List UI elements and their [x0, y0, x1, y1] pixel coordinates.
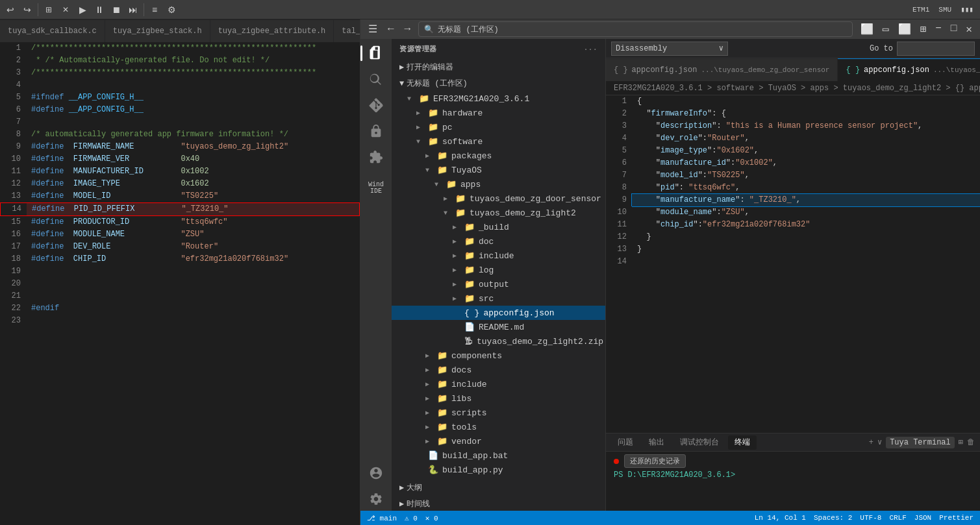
tree-label: _build: [479, 223, 509, 232]
terminal-delete-icon[interactable]: 🗑: [967, 437, 975, 447]
terminal-split-icon[interactable]: ∨: [877, 437, 882, 447]
vscode-search-bar[interactable]: 🔍 无标题 (工作区): [418, 21, 853, 37]
sidebar-header-icons: ···: [584, 45, 597, 53]
tree-efr32[interactable]: ▼ 📁 EFR32MG21A020_3.6.1: [392, 92, 605, 106]
tree-components[interactable]: ▶ 📁 components: [392, 348, 605, 363]
tab-tuya-zigbee-attribute[interactable]: tuya_zigbee_attribute.h: [210, 19, 334, 42]
tree-tuyaos[interactable]: ▼ 📁 TuyaOS: [392, 163, 605, 177]
add-terminal-icon[interactable]: +: [869, 438, 873, 447]
terminal-tab-terminal[interactable]: 终端: [728, 435, 757, 450]
left-code-editor[interactable]: 1 /*************************************…: [0, 42, 360, 525]
status-bar: ⎇ main ⚠ 0 ✕ 0 Ln 14, Col 1 Spaces: 2 UT…: [360, 511, 980, 525]
top-toolbar: ↩ ↪ ⊞ ✕ ▶ ⏸ ⏹ ⏭ ≡ ⚙ ETM1 SMU ▮▮▮: [0, 0, 980, 19]
json-lines: 1 { 2 "firmwareInfo": { 3 "description":…: [606, 95, 980, 268]
tree-vendor[interactable]: ▶ 📁 vendor: [392, 434, 605, 448]
tree-build[interactable]: ▶ 📁 _build: [392, 220, 605, 234]
terminal-content[interactable]: 还原的历史记录 PS D:\EFR32MG21A020_3.6.1>: [606, 452, 980, 511]
right-tab-light2[interactable]: { } appconfig.json ...\tuyaos_demo_zg_li…: [838, 58, 980, 81]
file-tree-scroll[interactable]: ▶ 打开的编辑器 ▼ 无标题 (工作区) ▼ 📁 EFR32MG21A: [392, 59, 605, 511]
json-editor[interactable]: 1 { 2 "firmwareInfo": { 3 "description":…: [606, 95, 980, 433]
tree-apps[interactable]: ▼ 📁 apps: [392, 177, 605, 191]
tree-hardware[interactable]: ▶ 📁 hardware: [392, 106, 605, 120]
tree-src[interactable]: ▶ 📁 src: [392, 291, 605, 306]
vscode-nav-forward[interactable]: →: [402, 21, 414, 38]
tree-include2[interactable]: ▶ 📁 include: [392, 377, 605, 391]
workspace-section[interactable]: ▼ 无标题 (工作区): [392, 75, 605, 92]
toolbar-btn-6[interactable]: ⏭: [125, 2, 141, 18]
tree-door-sensor[interactable]: ▶ 📁 tuyaos_demo_zg_door_sensor: [392, 191, 605, 206]
activity-files[interactable]: [364, 42, 388, 65]
tree-output[interactable]: ▶ 📁 output: [392, 277, 605, 291]
layout-sidebar-icon[interactable]: ⬜: [858, 20, 876, 38]
layout-grid-icon[interactable]: ⊞: [918, 20, 929, 38]
tree-packages[interactable]: ▶ 📁 packages: [392, 149, 605, 163]
tree-libs[interactable]: ▶ 📁 libs: [392, 391, 605, 406]
tree-log[interactable]: ▶ 📁 log: [392, 263, 605, 277]
tree-readme[interactable]: 📄 README.md: [392, 320, 605, 334]
activity-git[interactable]: [364, 93, 388, 117]
vscode-nav-back[interactable]: ←: [385, 21, 397, 38]
toolbar-forward[interactable]: ↪: [19, 2, 35, 18]
tree-include[interactable]: ▶ 📁 include: [392, 249, 605, 263]
terminal-tab-problems[interactable]: 问题: [611, 435, 640, 450]
timeline-section[interactable]: ▶ 时间线: [392, 496, 605, 511]
terminal-tab-output[interactable]: 输出: [642, 435, 671, 450]
json-line-7: 7 "model_id":"TS0225",: [606, 169, 980, 182]
activity-search[interactable]: [364, 67, 388, 91]
right-tab-door-sensor[interactable]: { } appconfig.json ...\tuyaos_demo_zg_do…: [606, 58, 838, 81]
open-editors-section[interactable]: ▶ 打开的编辑器: [392, 59, 605, 75]
tab-tuya-zigbee-stack[interactable]: tuya_zigbee_stack.h: [105, 19, 210, 42]
right-editors: Disassembly ∨ Go to { } appconfig.json .…: [606, 39, 980, 511]
tree-software[interactable]: ▼ 📁 software: [392, 134, 605, 149]
terminal-tab-debug[interactable]: 调试控制台: [673, 435, 725, 450]
layout-panel-icon[interactable]: ▭: [880, 20, 892, 38]
tree-zip[interactable]: 🗜 tuyaos_demo_zg_light2.zip: [392, 334, 605, 348]
window-minimize[interactable]: −: [933, 20, 944, 38]
code-line-2: 2 * /* Automatically-generated file. Do …: [0, 55, 360, 67]
tab-tal-data-send[interactable]: tal_data_send.h: [334, 19, 360, 42]
tree-light2[interactable]: ▼ 📁 tuyaos_demo_zg_light2: [392, 206, 605, 220]
tab-tuya-sdk-callback[interactable]: tuya_sdk_callback.c: [0, 19, 105, 42]
tree-scripts[interactable]: ▶ 📁 scripts: [392, 406, 605, 420]
tree-pc[interactable]: ▶ 📁 pc: [392, 120, 605, 134]
outline-section[interactable]: ▶ 大纲: [392, 480, 605, 496]
toolbar-btn-8[interactable]: ⚙: [164, 2, 179, 18]
activity-gear[interactable]: [364, 487, 388, 511]
tree-docs[interactable]: ▶ 📁 docs: [392, 363, 605, 377]
code-line-12: 12 #define IMAGE_TYPE 0x1602: [0, 178, 360, 190]
sidebar-more-icon[interactable]: ···: [584, 45, 597, 53]
tree-appconfig-json[interactable]: { } appconfig.json: [392, 306, 605, 320]
goto-input[interactable]: [897, 42, 975, 56]
restore-history-btn[interactable]: 还原的历史记录: [624, 454, 686, 468]
terminal-label: 终端: [735, 437, 750, 448]
tree-tools[interactable]: ▶ 📁 tools: [392, 420, 605, 434]
toolbar-btn-7[interactable]: ≡: [147, 2, 162, 18]
toolbar-btn-4[interactable]: ⏸: [92, 2, 107, 18]
code-line-4: 4: [0, 79, 360, 92]
toolbar-btn-1[interactable]: ⊞: [41, 2, 57, 18]
activity-account[interactable]: [364, 461, 388, 485]
status-lang: JSON: [914, 514, 931, 522]
toolbar-btn-3[interactable]: ▶: [75, 2, 90, 18]
json-line-6: 6 "manufacture_id":"0x1002",: [606, 157, 980, 169]
toolbar-btn-5[interactable]: ⏹: [108, 2, 124, 18]
disasm-dropdown[interactable]: Disassembly ∨: [611, 42, 728, 56]
tree-build-py[interactable]: 🐍 build_app.py: [392, 463, 605, 477]
status-eol: CRLF: [889, 514, 906, 522]
window-maximize[interactable]: □: [948, 20, 960, 38]
toolbar-back[interactable]: ↩: [3, 2, 18, 18]
toolbar-btn-2[interactable]: ✕: [58, 2, 73, 18]
vscode-body-wrapper: Wind IDE: [360, 39, 980, 511]
activity-wind[interactable]: Wind IDE: [364, 177, 388, 200]
window-close[interactable]: ✕: [963, 20, 975, 38]
terminal-layout-icon[interactable]: ⊞: [959, 437, 963, 447]
tree-doc[interactable]: ▶ 📁 doc: [392, 234, 605, 249]
activity-debug[interactable]: [364, 119, 388, 143]
vscode-menu-icon[interactable]: ☰: [366, 20, 380, 38]
tuya-terminal-label[interactable]: Tuya Terminal: [886, 437, 955, 448]
layout-activity-icon[interactable]: ⬜: [896, 20, 914, 38]
json-line-8: 8 "pid": "ttsq6wfc",: [606, 182, 980, 194]
activity-extensions[interactable]: [364, 145, 388, 169]
tab-label: tuya_zigbee_attribute.h: [218, 27, 326, 36]
tree-build-bat[interactable]: 📄 build_app.bat: [392, 448, 605, 463]
